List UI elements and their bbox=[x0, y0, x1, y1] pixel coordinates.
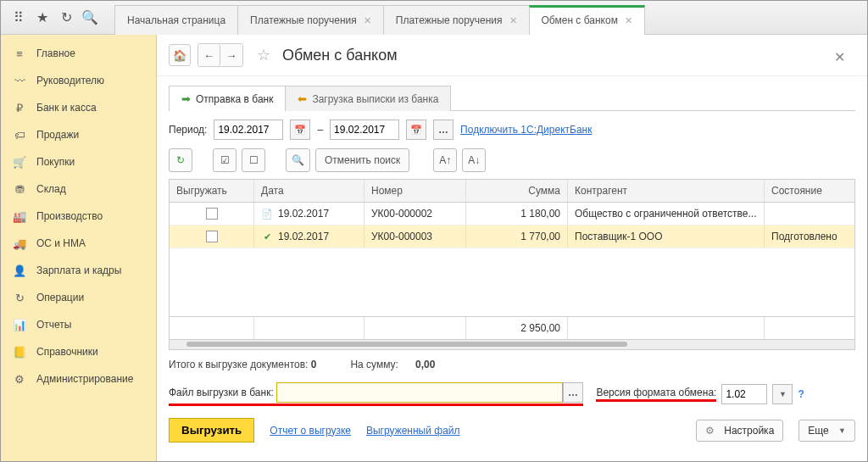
apps-grid-icon[interactable]: ⠿ bbox=[11, 10, 26, 25]
cell-status: Подготовлено bbox=[765, 225, 854, 248]
close-button[interactable]: ✕ bbox=[824, 46, 855, 65]
cell-date: 19.02.2017 bbox=[278, 231, 329, 242]
row-checkbox[interactable] bbox=[206, 231, 218, 242]
th-date[interactable]: Дата bbox=[254, 180, 364, 202]
favorite-button[interactable]: ☆ bbox=[257, 46, 270, 64]
period-from-input[interactable] bbox=[214, 120, 283, 140]
tab-home[interactable]: Начальная страница bbox=[114, 5, 238, 35]
topbar-icon-group: ⠿ ★ ↻ 🔍 bbox=[1, 1, 108, 34]
back-button[interactable]: ← bbox=[198, 44, 220, 66]
search-icon[interactable]: 🔍 bbox=[82, 10, 97, 25]
sidebar-item-operations[interactable]: ↻Операции bbox=[1, 284, 156, 311]
version-dropdown-button[interactable]: ▼ bbox=[772, 384, 793, 404]
doc-ok-icon: ✔ bbox=[261, 231, 273, 242]
table-header: Выгружать Дата Номер Сумма Контрагент Со… bbox=[170, 180, 854, 203]
table-row[interactable]: ✔19.02.2017 УК00-000003 1 770,00 Поставщ… bbox=[170, 225, 854, 248]
boxes-icon: ⛃ bbox=[13, 182, 26, 196]
table-row[interactable]: 📄19.02.2017 УК00-000002 1 180,00 Обществ… bbox=[170, 203, 854, 225]
truck-icon: 🚚 bbox=[13, 237, 26, 250]
file-browse-button[interactable]: … bbox=[563, 382, 583, 403]
calendar-from-button[interactable]: 📅 bbox=[290, 120, 310, 140]
close-icon[interactable]: ✕ bbox=[509, 15, 517, 26]
sort-desc-button[interactable]: A↓ bbox=[462, 148, 486, 172]
sidebar-item-warehouse[interactable]: ⛃Склад bbox=[1, 175, 156, 203]
tab-load-statement[interactable]: ⬅ Загрузка выписки из банка bbox=[285, 86, 451, 111]
summary-sum-label: На сумму: bbox=[350, 359, 398, 370]
export-report-link[interactable]: Отчет о выгрузке bbox=[270, 425, 351, 437]
cell-sum: 1 180,00 bbox=[466, 203, 568, 225]
sidebar-item-reports[interactable]: 📊Отчеты bbox=[1, 311, 156, 338]
refresh-icon[interactable]: ↻ bbox=[58, 10, 74, 25]
close-icon[interactable]: ✕ bbox=[364, 15, 371, 26]
sidebar: ≡Главное 〰Руководителю ₽Банк и касса 🏷Пр… bbox=[1, 35, 157, 461]
help-link[interactable]: ? bbox=[798, 388, 804, 400]
tab-payments-1[interactable]: Платежные поручения✕ bbox=[237, 5, 384, 35]
period-to-input[interactable] bbox=[330, 120, 399, 140]
tab-label: Обмен с банком bbox=[542, 14, 618, 26]
sidebar-item-admin[interactable]: ⚙Администрирование bbox=[1, 365, 156, 392]
tag-icon: 🏷 bbox=[13, 128, 26, 142]
operations-icon: ↻ bbox=[13, 291, 26, 304]
export-file-input[interactable] bbox=[276, 382, 563, 403]
refresh-button[interactable]: ↻ bbox=[169, 148, 192, 172]
tab-bank-exchange[interactable]: Обмен с банком✕ bbox=[529, 5, 645, 35]
home-button[interactable]: 🏠 bbox=[169, 44, 191, 66]
factory-icon: 🏭 bbox=[13, 209, 26, 223]
arrow-left-orange-icon: ⬅ bbox=[298, 92, 307, 105]
sidebar-item-production[interactable]: 🏭Производство bbox=[1, 203, 156, 230]
star-icon[interactable]: ★ bbox=[35, 10, 50, 25]
sidebar-item-label: ОС и НМА bbox=[36, 237, 86, 249]
chevron-down-icon: ▼ bbox=[779, 390, 787, 398]
close-icon[interactable]: ✕ bbox=[625, 15, 632, 26]
content-body: ➡ Отправка в банк ⬅ Загрузка выписки из … bbox=[157, 76, 867, 461]
settings-label: Настройка bbox=[724, 425, 774, 437]
th-export[interactable]: Выгружать bbox=[170, 180, 254, 202]
documents-table: Выгружать Дата Номер Сумма Контрагент Со… bbox=[169, 179, 855, 340]
tab-label: Платежные поручения bbox=[250, 14, 357, 26]
th-agent[interactable]: Контрагент bbox=[568, 180, 765, 202]
sidebar-item-catalogs[interactable]: 📒Справочники bbox=[1, 338, 156, 365]
export-button[interactable]: Выгрузить bbox=[169, 418, 254, 443]
sidebar-item-label: Операции bbox=[36, 292, 84, 303]
th-number[interactable]: Номер bbox=[364, 180, 466, 202]
row-checkbox[interactable] bbox=[206, 208, 218, 220]
uncheck-all-button[interactable]: ☐ bbox=[242, 148, 265, 172]
table-empty-space bbox=[170, 248, 854, 316]
sidebar-item-main[interactable]: ≡Главное bbox=[1, 40, 156, 67]
period-dash: – bbox=[317, 124, 323, 136]
sort-asc-button[interactable]: A↑ bbox=[433, 148, 457, 172]
th-sum[interactable]: Сумма bbox=[466, 180, 568, 202]
version-input[interactable] bbox=[721, 384, 767, 404]
more-button[interactable]: Еще ▼ bbox=[798, 420, 855, 442]
direct-bank-link[interactable]: Подключить 1С:ДиректБанк bbox=[460, 124, 592, 136]
cancel-search-button[interactable]: Отменить поиск bbox=[315, 148, 409, 172]
find-button[interactable]: 🔍 bbox=[286, 148, 310, 172]
tab-bar: Начальная страница Платежные поручения✕ … bbox=[108, 1, 867, 34]
forward-button[interactable]: → bbox=[220, 44, 242, 66]
tab-send-to-bank[interactable]: ➡ Отправка в банк bbox=[169, 86, 286, 111]
sidebar-item-sales[interactable]: 🏷Продажи bbox=[1, 121, 156, 148]
sidebar-item-purchases[interactable]: 🛒Покупки bbox=[1, 148, 156, 175]
tab-payments-2[interactable]: Платежные поручения✕ bbox=[383, 5, 530, 35]
version-label: Версия формата обмена: bbox=[596, 387, 716, 398]
check-all-button[interactable]: ☑ bbox=[213, 148, 236, 172]
settings-button[interactable]: ⚙ Настройка bbox=[696, 420, 783, 442]
sidebar-item-label: Руководителю bbox=[36, 75, 104, 86]
calendar-to-button[interactable]: 📅 bbox=[406, 120, 426, 140]
file-row: Файл выгрузки в банк: … Версия формата о… bbox=[169, 382, 855, 406]
summary-row: Итого к выгрузке документов: 0 На сумму:… bbox=[169, 359, 855, 370]
horizontal-scrollbar[interactable] bbox=[169, 340, 855, 350]
th-status[interactable]: Состояние bbox=[765, 180, 854, 202]
sidebar-item-assets[interactable]: 🚚ОС и НМА bbox=[1, 230, 156, 257]
exported-file-link[interactable]: Выгруженный файл bbox=[366, 425, 460, 437]
sidebar-item-hr[interactable]: 👤Зарплата и кадры bbox=[1, 257, 156, 284]
sidebar-item-bank[interactable]: ₽Банк и касса bbox=[1, 94, 156, 121]
doc-icon: 📄 bbox=[261, 208, 273, 220]
tab-label: Отправка в банк bbox=[196, 93, 273, 105]
inner-tabs: ➡ Отправка в банк ⬅ Загрузка выписки из … bbox=[169, 85, 855, 111]
bar-chart-icon: 📊 bbox=[13, 318, 26, 331]
period-select-button[interactable]: … bbox=[433, 120, 453, 140]
sidebar-item-manager[interactable]: 〰Руководителю bbox=[1, 67, 156, 94]
action-row: Выгрузить Отчет о выгрузке Выгруженный ф… bbox=[169, 418, 855, 443]
book-icon: 📒 bbox=[13, 345, 26, 359]
